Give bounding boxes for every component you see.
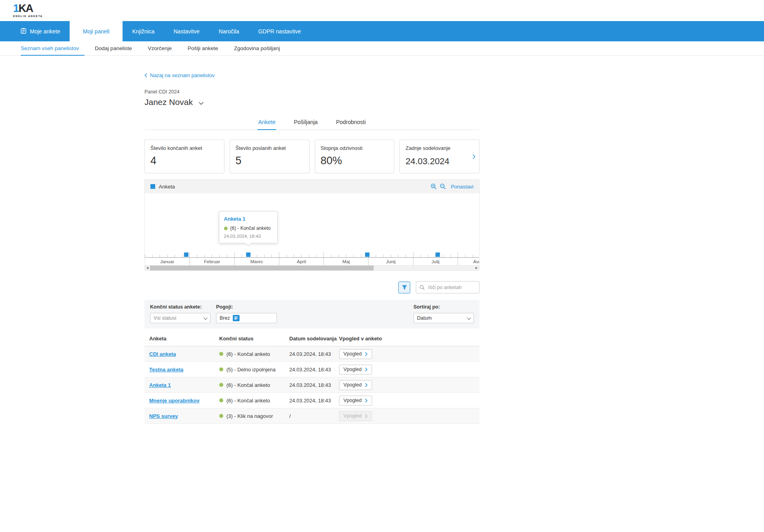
nav-item-nastavitve[interactable]: Nastavitve [164, 21, 209, 41]
funnel-icon [401, 285, 407, 290]
tooltip-status: (6) - Končal anketo [224, 225, 273, 231]
timeline-marker[interactable] [184, 252, 189, 257]
column-header-koncni-status: Končni status [219, 336, 289, 342]
sort-filter: Sortiraj po: Datum [413, 304, 474, 323]
subnav-item-poslji-ankete[interactable]: Pošlji ankete [187, 41, 218, 55]
table-row: Testna anketa (5) - Delno izpolnjena 24.… [144, 362, 479, 377]
filter-panel-spacer [283, 304, 408, 323]
nav-item-label: Moje ankete [30, 28, 60, 35]
surveys-table: Anketa Končni status Datum sodelovanja V… [144, 331, 479, 424]
conditions-input[interactable]: Brez IF [216, 313, 277, 323]
participation-date: 24.03.2024, 18:43 [289, 351, 339, 357]
stat-card-sent-surveys: Število poslanih anket 5 [230, 140, 310, 173]
main-content: Nazaj na seznam panelistov Panel CDI 202… [144, 56, 479, 424]
chevron-right-icon [365, 367, 368, 372]
table-header-row: Anketa Končni status Datum sodelovanja V… [144, 331, 479, 346]
scrollbar-track[interactable] [150, 266, 474, 270]
tab-podrobnosti[interactable]: Podrobnosti [335, 116, 366, 130]
chart-plot-area: Anketa 1 (6) - Končal anketo 24.03.2024,… [145, 193, 479, 265]
view-survey-button[interactable]: Vpogled [339, 396, 372, 406]
status-cell: (6) - Končal anketo [219, 351, 289, 357]
search-input[interactable] [416, 281, 479, 293]
panel-label: Panel CDI 2024 [144, 89, 479, 95]
scroll-right-button[interactable] [474, 266, 479, 270]
status-dot [219, 367, 223, 371]
conditions-filter: Pogoji: Brez IF [216, 304, 277, 323]
stat-label: Število končanih anket [150, 145, 218, 151]
tooltip-status-label: (6) - Končal anketo [230, 225, 271, 231]
month-label: Avgust [458, 252, 479, 265]
chevron-down-icon[interactable] [199, 102, 204, 105]
timeline-marker[interactable] [435, 252, 440, 257]
status-dot [219, 352, 223, 356]
clipboard-icon [21, 28, 26, 35]
status-dot [224, 227, 228, 230]
survey-link[interactable]: NPS survey [149, 413, 178, 419]
scrollbar-thumb[interactable] [150, 266, 374, 270]
filter-panel: Končni status ankete: Vsi statusi Pogoji… [144, 300, 479, 328]
chart-legend: Anketa [150, 184, 175, 190]
table-row: Mnenje uporabnikov (6) - Končal anketo 2… [144, 393, 479, 408]
chevron-right-icon [365, 414, 368, 418]
stat-card-last-participation: Zadnje sodelovanje 24.03.2024 [400, 140, 479, 173]
panelist-header: Janez Novak [144, 97, 479, 107]
participation-date: 24.03.2024, 18:43 [289, 398, 339, 404]
nav-item-knjiznica[interactable]: Knjižnica [123, 21, 164, 41]
status-dot [219, 383, 223, 387]
table-body: CDI anketa (6) - Končal anketo 24.03.202… [144, 346, 479, 424]
nav-item-moji-paneli[interactable]: Moji paneli [70, 21, 123, 41]
view-survey-button[interactable]: Vpogled [339, 380, 372, 390]
subnav-item-zgodovina-posiljanj[interactable]: Zgodovina pošiljanj [234, 41, 280, 55]
stat-value: 4 [150, 155, 218, 167]
nav-item-narocila[interactable]: Naročila [209, 21, 249, 41]
status-cell: (5) - Delno izpolnjena [219, 367, 289, 373]
survey-link[interactable]: CDI anketa [149, 351, 176, 357]
timeline-marker[interactable] [246, 252, 250, 257]
filter-search-row [144, 281, 479, 293]
survey-link[interactable]: Anketa 1 [149, 382, 171, 388]
column-header-vpogled-v-anketo: Vpogled v anketo [339, 336, 479, 342]
month-label: Januar [145, 252, 189, 265]
reset-zoom-link[interactable]: Ponastavi [451, 184, 474, 190]
table-row: CDI anketa (6) - Končal anketo 24.03.202… [144, 346, 479, 362]
view-button-label: Vpogled [343, 413, 362, 419]
final-status-select[interactable]: Vsi statusi [150, 313, 210, 323]
view-button-label: Vpogled [343, 382, 362, 388]
tab-ankete[interactable]: Ankete [257, 116, 277, 130]
sort-select[interactable]: Datum [413, 313, 474, 323]
legend-swatch [150, 184, 155, 189]
view-survey-button[interactable]: Vpogled [339, 411, 372, 421]
status-cell: (6) - Končal anketo [219, 398, 289, 404]
column-header-anketa: Anketa [149, 336, 219, 342]
survey-link[interactable]: Testna anketa [149, 367, 183, 373]
logo-text: 1KA [13, 3, 43, 14]
month-label: April [279, 252, 324, 265]
nav-item-gdpr-nastavitve[interactable]: GDPR nastavitve [249, 21, 310, 41]
filter-toggle-button[interactable] [398, 282, 410, 293]
subnav-item-dodaj-paneliste[interactable]: Dodaj paneliste [95, 41, 132, 55]
subnav-item-seznam-vseh-panelistov[interactable]: Seznam vseh panelistov [21, 41, 79, 55]
timeline-tooltip: Anketa 1 (6) - Končal anketo 24.03.2024,… [219, 211, 278, 243]
if-badge: IF [233, 315, 240, 321]
sort-label: Sortiraj po: [413, 304, 474, 310]
stat-value: 80% [321, 155, 389, 167]
app-logo[interactable]: 1KA ENKLIK ANKETA [13, 3, 43, 18]
view-button-label: Vpogled [343, 398, 362, 403]
timeline-marker[interactable] [365, 252, 370, 257]
zoom-in-icon[interactable] [431, 183, 437, 190]
stat-card-response-rate: Stopnja odzivnosti 80% [315, 140, 395, 173]
survey-search [416, 281, 479, 293]
nav-item-moje-ankete[interactable]: Moje ankete [11, 21, 70, 41]
timeline-axis: Januar Februar Marec April Maj Junij Jul… [145, 252, 479, 265]
scroll-left-button[interactable] [145, 266, 150, 270]
chevron-right-icon[interactable] [472, 154, 476, 159]
tab-posiljanja[interactable]: Pošiljanja [293, 116, 318, 130]
survey-link[interactable]: Mnenje uporabnikov [149, 398, 199, 404]
back-link[interactable]: Nazaj na seznam panelistov [144, 72, 215, 78]
zoom-out-icon[interactable] [440, 183, 446, 190]
subnav-item-vzorcenje[interactable]: Vzorčenje [148, 41, 172, 55]
view-survey-button[interactable]: Vpogled [339, 365, 372, 375]
view-survey-button[interactable]: Vpogled [339, 349, 372, 359]
status-label: (6) - Končal anketo [226, 351, 270, 357]
sort-select-wrap: Datum [413, 313, 474, 323]
